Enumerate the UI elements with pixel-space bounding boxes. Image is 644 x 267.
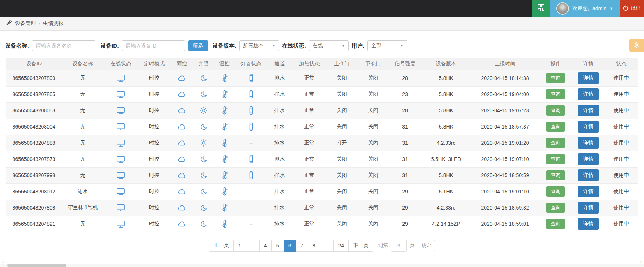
query-button[interactable]: 查询: [546, 89, 565, 99]
version-label: 设备版本:: [212, 42, 236, 49]
cell-upper-door: 关闭: [326, 70, 358, 86]
lamp-dash: --: [249, 221, 253, 227]
device-name-input[interactable]: [32, 40, 95, 51]
cell-status: 使用中: [605, 151, 638, 167]
table-body: 865650043207899 无 时控: [6, 70, 638, 232]
detail-button[interactable]: 详情: [578, 72, 599, 84]
cell-channel: 排水: [267, 70, 292, 86]
goto-page-input[interactable]: [391, 240, 407, 252]
query-button[interactable]: 查询: [546, 122, 565, 132]
cell-status: 使用中: [605, 102, 638, 119]
lamp-tube-icon: [249, 122, 253, 131]
breadcrumb-device-management[interactable]: 设备管理: [15, 20, 36, 27]
cell-lower-door: 关闭: [358, 167, 389, 183]
cell-device-name: 无: [61, 216, 104, 232]
online-status-label: 在线状态:: [282, 42, 306, 49]
page-button-8[interactable]: 8: [308, 240, 320, 252]
cell-version: 5.8HK: [421, 119, 471, 135]
goto-page: 到第 页 确定: [378, 240, 435, 252]
detail-button[interactable]: 详情: [578, 121, 599, 133]
user-select[interactable]: 全部 ▼: [367, 40, 407, 51]
detail-button[interactable]: 详情: [578, 169, 599, 181]
table-row: 865650043207808 守里林 1号机 时控: [6, 200, 638, 216]
cell-lower-door: 关闭: [358, 102, 389, 119]
page-button-1[interactable]: 1: [233, 240, 246, 252]
device-id-label: 设备ID:: [101, 42, 119, 49]
query-button[interactable]: 查询: [546, 154, 565, 164]
scroll-right-arrow[interactable]: ›: [640, 259, 642, 264]
page-button-7[interactable]: 7: [296, 240, 308, 252]
lamp-tube-icon: [249, 74, 253, 82]
prev-page-button[interactable]: 上一页: [209, 240, 234, 252]
cell-device-name: 无: [61, 151, 104, 167]
query-button[interactable]: 查询: [546, 203, 565, 213]
page-button-4[interactable]: 4: [259, 240, 272, 252]
scroll-left-arrow[interactable]: ‹: [2, 259, 4, 264]
page-button-6[interactable]: 6: [284, 240, 296, 252]
logout-button[interactable]: 退出: [620, 0, 644, 17]
scrollbar-thumb[interactable]: [7, 264, 66, 267]
detail-button[interactable]: 详情: [578, 153, 599, 165]
cell-status: 使用中: [605, 70, 638, 86]
col-detail: 详情: [572, 58, 605, 70]
query-button[interactable]: 查询: [546, 138, 565, 148]
query-button[interactable]: 查询: [546, 105, 565, 116]
query-button[interactable]: 查询: [546, 73, 565, 83]
breadcrumb-pest-monitoring: 虫情测报: [43, 20, 64, 27]
cell-status: 使用中: [605, 200, 638, 216]
svg-text:E: E: [226, 140, 228, 142]
page-button-5[interactable]: 5: [271, 240, 284, 252]
device-id-input[interactable]: [122, 40, 185, 51]
settings-gear-button[interactable]: [629, 39, 644, 52]
query-button[interactable]: 查询: [546, 170, 565, 180]
detail-button[interactable]: 详情: [578, 105, 599, 116]
cell-report-time: 2020-04-15 18:14:38: [471, 70, 539, 86]
sun-icon: [200, 139, 207, 147]
detail-button[interactable]: 详情: [578, 186, 599, 197]
col-device-name: 设备名称: [61, 58, 104, 70]
cell-timer-mode: 时控: [138, 86, 171, 102]
cell-status: 使用中: [605, 86, 638, 102]
horizontal-scrollbar[interactable]: [0, 264, 644, 267]
chevron-down-icon: ▼: [400, 44, 404, 48]
page-button-24[interactable]: 24: [333, 240, 349, 252]
goto-confirm-button[interactable]: 确定: [418, 240, 435, 251]
monitor-icon: [116, 188, 125, 196]
cell-timer-mode: 时控: [138, 135, 171, 151]
user-select-value: 全部: [371, 42, 381, 49]
page-buttons: 上一页1...45678...24下一页: [209, 240, 373, 252]
cloud-icon: [177, 156, 186, 162]
qr-code-button[interactable]: [532, 0, 550, 17]
table-row: 865650043207899 无 时控: [6, 70, 638, 86]
page-ellipsis: ...: [320, 240, 334, 252]
svg-text:E: E: [226, 107, 228, 109]
version-select[interactable]: 所有版本 ▼: [239, 40, 279, 51]
cell-channel: 排水: [267, 102, 292, 119]
next-page-button[interactable]: 下一页: [348, 240, 373, 252]
online-status-select[interactable]: 在线 ▼: [309, 40, 349, 51]
lamp-dash: --: [249, 205, 253, 211]
filter-button[interactable]: 筛选: [188, 40, 208, 51]
detail-button[interactable]: 详情: [578, 137, 599, 149]
moon-icon: [200, 123, 207, 130]
moon-icon: [200, 91, 207, 98]
detail-button[interactable]: 详情: [578, 88, 599, 100]
avatar: [556, 2, 569, 15]
cell-channel: 排水: [267, 86, 292, 102]
query-button[interactable]: 查询: [546, 219, 565, 229]
cloud-icon: [177, 188, 186, 195]
detail-button[interactable]: 详情: [578, 218, 599, 230]
moon-icon: [200, 156, 207, 162]
cell-version: 4.2.33re: [421, 200, 471, 216]
cell-timer-mode: 时控: [138, 151, 171, 167]
cell-upper-door: 关闭: [326, 86, 358, 102]
detail-button[interactable]: 详情: [578, 202, 599, 214]
cell-device-name: 无: [61, 70, 104, 86]
cell-status: 使用中: [605, 167, 638, 183]
svg-text:E: E: [226, 123, 228, 126]
qr-code-icon: [538, 4, 544, 12]
query-button[interactable]: 查询: [546, 186, 565, 197]
user-menu[interactable]: 欢迎您, admin ▼: [550, 0, 620, 17]
cell-signal: 31: [389, 151, 421, 167]
cloud-icon: [177, 172, 186, 179]
